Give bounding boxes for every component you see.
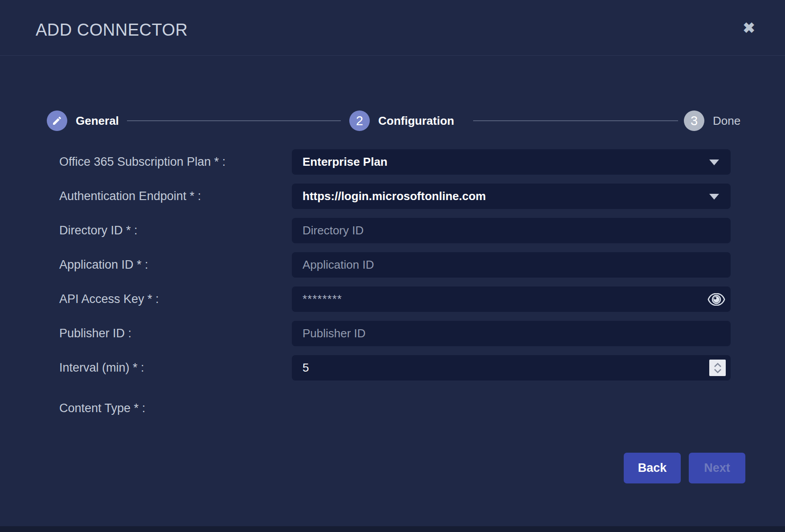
form-row-api-access-key: API Access Key * : (0, 286, 785, 312)
api-access-key-input[interactable] (292, 286, 731, 312)
chevron-down-icon (714, 368, 722, 373)
step-number: 2 (356, 114, 363, 128)
page-title: ADD CONNECTOR (36, 20, 188, 40)
step-number: 3 (691, 114, 698, 128)
form-row-publisher-id: Publisher ID : (0, 321, 785, 346)
auth-endpoint-select[interactable]: https://login.microsoftonline.com (292, 184, 731, 209)
form-row-auth-endpoint: Authentication Endpoint * : https://logi… (0, 184, 785, 209)
auth-endpoint-value: https://login.microsoftonline.com (292, 184, 731, 209)
form-row-application-id: Application ID * : (0, 252, 785, 278)
form-row-content-type: Content Type * : Audit Exchange ✕ Audit … (0, 389, 785, 445)
publisher-id-input[interactable] (292, 321, 731, 346)
step-general-label: General (76, 114, 119, 128)
interval-field (292, 355, 731, 381)
step-configuration-label: Configuration (378, 114, 454, 128)
header-divider (0, 55, 785, 56)
step-configuration-circle: 2 (349, 110, 370, 131)
stepper-connector-line (473, 120, 678, 121)
pencil-icon (52, 115, 62, 126)
form-row-directory-id: Directory ID * : (0, 218, 785, 243)
field-label: Office 365 Subscription Plan * : (59, 149, 225, 175)
bottom-bar (0, 526, 785, 532)
step-general-circle (47, 110, 67, 131)
interval-input[interactable] (292, 355, 731, 381)
chevron-down-icon (709, 194, 719, 200)
directory-id-field (292, 218, 731, 243)
field-label: Content Type * : (59, 389, 145, 427)
application-id-field (292, 252, 731, 278)
directory-id-input[interactable] (292, 218, 731, 243)
step-configuration[interactable]: 2 Configuration (349, 110, 454, 131)
field-label: API Access Key * : (59, 286, 159, 312)
step-general[interactable]: General (47, 110, 119, 131)
field-label: Directory ID * : (59, 218, 138, 243)
publisher-id-field (292, 321, 731, 346)
step-done: 3 Done (684, 110, 740, 131)
api-access-key-field (292, 286, 731, 312)
back-button[interactable]: Back (624, 453, 681, 483)
chevron-up-icon (714, 363, 722, 368)
number-spinner[interactable] (709, 360, 726, 376)
stepper-connector-line (127, 120, 341, 121)
next-button[interactable]: Next (689, 453, 745, 483)
field-label: Interval (min) * : (59, 355, 144, 381)
step-done-circle: 3 (684, 110, 704, 131)
form-row-interval: Interval (min) * : (0, 355, 785, 381)
field-label: Application ID * : (59, 252, 148, 278)
application-id-input[interactable] (292, 252, 731, 278)
form-row-subscription-plan: Office 365 Subscription Plan * : Enterpr… (0, 149, 785, 175)
close-icon[interactable]: ✖ (738, 17, 760, 39)
field-label: Publisher ID : (59, 321, 131, 346)
add-connector-modal: ADD CONNECTOR ✖ General 2 Configuration … (0, 0, 785, 532)
field-label: Authentication Endpoint * : (59, 184, 201, 209)
subscription-plan-select[interactable]: Enterprise Plan (292, 149, 731, 175)
chevron-down-icon (709, 160, 719, 165)
eye-icon[interactable] (707, 293, 725, 306)
step-done-label: Done (713, 114, 740, 128)
subscription-plan-value: Enterprise Plan (292, 149, 731, 175)
